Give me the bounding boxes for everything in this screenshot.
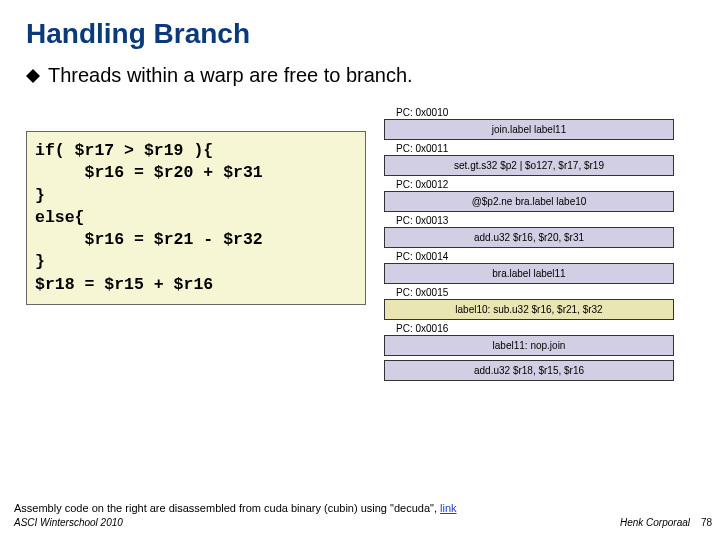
slide-title: Handling Branch [26,18,694,50]
page-number: 78 [701,517,712,528]
svg-marker-0 [26,69,40,83]
footnote-text: Assembly code on the right are disassemb… [14,502,440,514]
asm-line: set.gt.s32 $p2 | $o127, $r17, $r19 [384,155,674,176]
asm-block: PC: 0x0015 label10: sub.u32 $r16, $r21, … [384,285,692,320]
pc-label: PC: 0x0012 [396,179,692,190]
asm-line: bra.label label11 [384,263,674,284]
pc-label: PC: 0x0016 [396,323,692,334]
asm-block: PC: 0x0010 join.label label11 [384,105,692,140]
asm-block: add.u32 $r18, $r15, $r16 [384,357,692,381]
pc-label: PC: 0x0013 [396,215,692,226]
asm-block: PC: 0x0012 @$p2.ne bra.label labe10 [384,177,692,212]
asm-line: add.u32 $r18, $r15, $r16 [384,360,674,381]
asm-line: label10: sub.u32 $r16, $r21, $r32 [384,299,674,320]
pc-label: PC: 0x0011 [396,143,692,154]
diamond-bullet-icon [26,69,40,83]
bullet-text: Threads within a warp are free to branch… [48,64,413,87]
slide: Handling Branch Threads within a warp ar… [0,0,720,540]
assembly-column: PC: 0x0010 join.label label11 PC: 0x0011… [384,105,694,381]
pc-label: PC: 0x0015 [396,287,692,298]
content-row: if( $r17 > $r19 ){ $r16 = $r20 + $r31 } … [26,105,694,381]
asm-block: PC: 0x0011 set.gt.s32 $p2 | $o127, $r17,… [384,141,692,176]
asm-block: PC: 0x0013 add.u32 $r16, $r20, $r31 [384,213,692,248]
asm-line: @$p2.ne bra.label labe10 [384,191,674,212]
footnote: Assembly code on the right are disassemb… [14,502,457,514]
pc-label: PC: 0x0014 [396,251,692,262]
pc-label: PC: 0x0010 [396,107,692,118]
footnote-link[interactable]: link [440,502,457,514]
footer-left: ASCI Winterschool 2010 [14,517,123,528]
source-code-box: if( $r17 > $r19 ){ $r16 = $r20 + $r31 } … [26,131,366,305]
asm-block: PC: 0x0014 bra.label label11 [384,249,692,284]
asm-line: join.label label11 [384,119,674,140]
bullet-row: Threads within a warp are free to branch… [26,64,694,87]
asm-line: label11: nop.join [384,335,674,356]
asm-block: PC: 0x0016 label11: nop.join [384,321,692,356]
asm-line: add.u32 $r16, $r20, $r31 [384,227,674,248]
footer-right: Henk Corporaal [620,517,690,528]
